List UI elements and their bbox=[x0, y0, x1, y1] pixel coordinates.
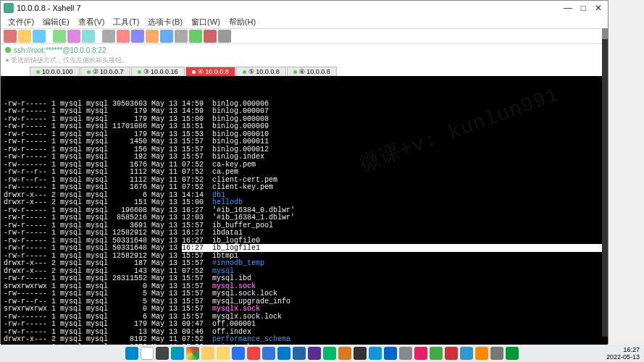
windows-taskbar: 16:27 2022-05-13 bbox=[0, 345, 644, 362]
taskview-icon[interactable] bbox=[156, 347, 169, 360]
tool5-icon[interactable] bbox=[204, 30, 217, 43]
copy-icon[interactable] bbox=[53, 30, 66, 43]
app2-icon[interactable] bbox=[262, 347, 275, 360]
menu-item[interactable]: 编辑(E) bbox=[40, 16, 72, 28]
new-session-icon[interactable] bbox=[4, 30, 17, 43]
listing-row: -rw-r----- 1 mysql mysql 179 May 13 09:4… bbox=[4, 321, 605, 329]
app16-icon[interactable] bbox=[490, 347, 503, 360]
app15-icon[interactable] bbox=[475, 347, 488, 360]
app5-icon[interactable] bbox=[323, 347, 336, 360]
listing-row: -rw-r----- 1 mysql mysql 179 May 13 14:5… bbox=[4, 108, 605, 116]
app4-icon[interactable] bbox=[308, 347, 321, 360]
session-tab[interactable]: ⑤ 10.0.0.8 bbox=[236, 67, 286, 76]
reconnect-icon[interactable] bbox=[102, 30, 115, 43]
listing-row: srwxrwxrwx 1 mysql mysql 0 May 13 15:57 … bbox=[4, 306, 605, 313]
search-icon[interactable] bbox=[141, 347, 154, 360]
find-icon[interactable] bbox=[82, 30, 95, 43]
tool3-icon[interactable] bbox=[175, 30, 188, 43]
app17-icon[interactable] bbox=[506, 347, 519, 360]
app9-icon[interactable] bbox=[384, 347, 397, 360]
menu-item[interactable]: 文件(F) bbox=[5, 16, 37, 28]
session-tab[interactable]: ③ 10.0.0.16 bbox=[131, 67, 185, 76]
toolbar bbox=[1, 28, 608, 44]
folder-icon[interactable] bbox=[217, 347, 230, 360]
window-title: 10.0.0.8 - Xshell 7 bbox=[17, 4, 564, 12]
app11-icon[interactable] bbox=[414, 347, 427, 360]
listing-row: -rw-r----- 1 mysql mysql 12582912 May 13… bbox=[4, 230, 605, 237]
system-clock[interactable]: 16:27 2022-05-13 bbox=[606, 346, 640, 361]
files-icon[interactable] bbox=[201, 347, 214, 360]
save-icon[interactable] bbox=[33, 30, 46, 43]
listing-row: drwxr-x--- 2 mysql mysql 187 May 13 15:5… bbox=[4, 260, 605, 268]
menu-bar: 文件(F)编辑(E)查看(V)工具(T)选项卡(B)窗口(W)帮助(H) bbox=[1, 15, 608, 28]
app1-icon[interactable] bbox=[247, 347, 260, 360]
app3-icon[interactable] bbox=[293, 347, 306, 360]
minimize-button[interactable]: — bbox=[564, 3, 572, 13]
app7-icon[interactable] bbox=[354, 347, 367, 360]
paste-icon[interactable] bbox=[67, 30, 80, 43]
app8-icon[interactable] bbox=[369, 347, 382, 360]
menu-item[interactable]: 查看(V) bbox=[75, 16, 108, 28]
session-tab[interactable]: ④ 10.0.0.8 bbox=[185, 67, 235, 76]
session-tab[interactable]: ⑥ 10.0.0.8 bbox=[287, 67, 337, 76]
listing-row: -rw-r----- 1 mysql mysql 8585216 May 13 … bbox=[4, 214, 605, 222]
menu-item[interactable]: 工具(T) bbox=[110, 16, 142, 28]
terminal[interactable]: 微课+v: kunlun991 -rw-r----- 1 mysql mysql… bbox=[1, 76, 608, 357]
app14-icon[interactable] bbox=[460, 347, 473, 360]
address-bar[interactable]: ssh://root:******@10.0.0.8:22 bbox=[1, 44, 608, 56]
connect-status-icon bbox=[5, 47, 11, 53]
vscode-icon[interactable] bbox=[277, 347, 290, 360]
listing-row: -rw-r--r-- 1 mysql mysql 1112 May 11 07:… bbox=[4, 169, 605, 177]
menu-item[interactable]: 选项卡(B) bbox=[145, 16, 185, 28]
title-bar: 10.0.0.8 - Xshell 7 — □ ✕ bbox=[1, 1, 608, 15]
close-button[interactable]: ✕ bbox=[595, 3, 602, 13]
menu-item[interactable]: 帮助(H) bbox=[226, 16, 259, 28]
app13-icon[interactable] bbox=[445, 347, 458, 360]
app6-icon[interactable] bbox=[338, 347, 351, 360]
listing-row: -rw-r----- 1 mysql mysql 28311552 May 13… bbox=[4, 275, 605, 283]
store-icon[interactable] bbox=[232, 347, 245, 360]
tool4-icon[interactable] bbox=[189, 30, 202, 43]
start-icon[interactable] bbox=[125, 347, 138, 360]
listing-row: -rw------- 1 mysql mysql 5 May 13 15:57 … bbox=[4, 290, 605, 298]
hint-note: ● 受送的快捷方式，仅先左侧的新头接钮。 bbox=[1, 56, 608, 64]
app-icon bbox=[4, 3, 14, 13]
listing-row: -rw-r----- 1 mysql mysql 11701086 May 13… bbox=[4, 123, 605, 131]
session-tabs: 10.0.0.100② 10.0.0.7③ 10.0.0.16④ 10.0.0.… bbox=[1, 64, 608, 76]
terminal-scrollbar[interactable] bbox=[602, 28, 608, 337]
listing-row: -rw------- 1 mysql mysql 1676 May 11 07:… bbox=[4, 184, 605, 192]
session-tab[interactable]: ② 10.0.0.7 bbox=[80, 67, 130, 76]
session-tab[interactable]: 10.0.0.100 bbox=[30, 67, 80, 76]
maximize-button[interactable]: □ bbox=[581, 3, 586, 13]
disconnect-icon[interactable] bbox=[117, 30, 130, 43]
edge-icon[interactable] bbox=[171, 347, 184, 360]
listing-row: drwxr-x--- 2 mysql mysql 151 May 13 15:0… bbox=[4, 199, 605, 207]
tool2-icon[interactable] bbox=[160, 30, 173, 43]
menu-item[interactable]: 窗口(W) bbox=[188, 16, 223, 28]
listing-row: -rw-r----- 1 mysql mysql 1450 May 13 15:… bbox=[4, 138, 605, 146]
chrome-icon[interactable] bbox=[186, 347, 199, 360]
properties-icon[interactable] bbox=[131, 30, 144, 43]
listing-row: -rw-r----- 1 mysql mysql 192 May 13 15:5… bbox=[4, 153, 605, 161]
xshell-window: 10.0.0.8 - Xshell 7 — □ ✕ 文件(F)编辑(E)查看(V… bbox=[0, 0, 609, 344]
app10-icon[interactable] bbox=[399, 347, 412, 360]
address-text: ssh://root:******@10.0.0.8:22 bbox=[14, 46, 106, 54]
open-icon[interactable] bbox=[18, 30, 31, 43]
listing-row: -rw-r----- 1 mysql mysql 50331648 May 13… bbox=[4, 245, 605, 253]
app12-icon[interactable] bbox=[430, 347, 443, 360]
tool6-icon[interactable] bbox=[218, 30, 231, 43]
listing-row: drwxr-x--- 2 mysql mysql 8192 May 11 07:… bbox=[4, 336, 605, 344]
tool-icon[interactable] bbox=[146, 30, 159, 43]
